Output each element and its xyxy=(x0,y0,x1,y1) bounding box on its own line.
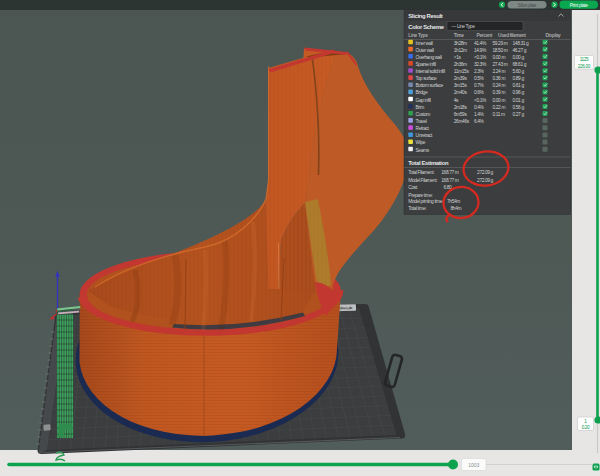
svg-text:Retract: Retract xyxy=(416,126,430,131)
svg-text:6m59s: 6m59s xyxy=(454,112,468,117)
svg-text:3m15s: 3m15s xyxy=(454,83,468,88)
svg-text:0.56 g: 0.56 g xyxy=(513,105,525,110)
svg-text:Custom: Custom xyxy=(416,112,431,117)
svg-text:0.6%: 0.6% xyxy=(474,90,485,95)
svg-text:0.61 g: 0.61 g xyxy=(513,83,525,88)
svg-text:<0.1%: <0.1% xyxy=(474,98,487,103)
svg-text:5.60 g: 5.60 g xyxy=(513,69,525,74)
svg-text:1125: 1125 xyxy=(580,57,589,62)
svg-text:Brim: Brim xyxy=(416,105,425,110)
svg-text:0.27 g: 0.27 g xyxy=(513,112,525,117)
svg-text:0.20: 0.20 xyxy=(582,425,590,430)
svg-text:0.00 m: 0.00 m xyxy=(493,98,506,103)
svg-text:1h12m: 1h12m xyxy=(454,48,467,53)
svg-text:27.43 m: 27.43 m xyxy=(493,62,508,67)
svg-text:0.24 m: 0.24 m xyxy=(493,83,506,88)
svg-text:26m46s: 26m46s xyxy=(454,119,470,124)
svg-text:272.09 g: 272.09 g xyxy=(477,170,494,175)
svg-text:0.00 g: 0.00 g xyxy=(513,55,525,60)
svg-text:0.96 g: 0.96 g xyxy=(513,90,525,95)
svg-text:226.00: 226.00 xyxy=(578,64,591,69)
svg-text:Used filament: Used filament xyxy=(498,33,526,38)
svg-text:0.11 m: 0.11 m xyxy=(493,112,506,117)
svg-text:Overhang wall: Overhang wall xyxy=(416,55,442,60)
svg-text:Gap infill: Gap infill xyxy=(416,98,431,103)
svg-text:Wipe: Wipe xyxy=(416,140,426,145)
svg-text:0.39 m: 0.39 m xyxy=(493,90,506,95)
svg-text:0.36 m: 0.36 m xyxy=(493,76,506,81)
svg-text:6.4%: 6.4% xyxy=(474,119,485,124)
svg-text:11m15s: 11m15s xyxy=(454,69,470,74)
svg-text:7h54m: 7h54m xyxy=(447,199,460,204)
svg-text:Bridge: Bridge xyxy=(416,90,428,95)
svg-text:<0.1%: <0.1% xyxy=(474,55,487,60)
svg-text:Percent: Percent xyxy=(477,33,493,38)
svg-text:2m18s: 2m18s xyxy=(454,105,468,110)
svg-text:32.3%: 32.3% xyxy=(474,62,487,67)
svg-text:Slice plate: Slice plate xyxy=(518,3,537,8)
svg-text:Display: Display xyxy=(546,33,562,38)
svg-text:Bottom surface: Bottom surface xyxy=(416,83,444,88)
svg-text:Prepare time:: Prepare time: xyxy=(408,193,432,198)
svg-text:Print plate: Print plate xyxy=(570,3,588,8)
svg-text:Top surface: Top surface xyxy=(416,76,438,81)
svg-text:272.09 g: 272.09 g xyxy=(477,178,494,183)
svg-text:2.24 m: 2.24 m xyxy=(493,69,506,74)
svg-text:3h28m: 3h28m xyxy=(454,41,467,46)
svg-text:168.77 m: 168.77 m xyxy=(441,178,459,183)
svg-text:14.9%: 14.9% xyxy=(474,48,487,53)
svg-text:2m40s: 2m40s xyxy=(454,90,468,95)
svg-text:18.50 m: 18.50 m xyxy=(493,48,508,53)
svg-text:Sparse infill: Sparse infill xyxy=(416,62,436,67)
svg-text:Model Filament:: Model Filament: xyxy=(408,178,437,183)
svg-text:2h36m: 2h36m xyxy=(454,62,467,67)
svg-text:Seams: Seams xyxy=(416,148,430,153)
svg-text:0.7%: 0.7% xyxy=(474,83,485,88)
svg-text:41.4%: 41.4% xyxy=(474,41,487,46)
svg-text:46.27 g: 46.27 g xyxy=(513,48,527,53)
svg-text:Color Scheme: Color Scheme xyxy=(408,24,444,30)
svg-text:Time: Time xyxy=(454,33,465,38)
svg-text:Unretract: Unretract xyxy=(416,133,434,138)
svg-text:Internal solid infill: Internal solid infill xyxy=(416,69,445,74)
svg-text:Total time:: Total time: xyxy=(408,206,426,211)
svg-text:59.29 m: 59.29 m xyxy=(493,41,508,46)
svg-text:2m39s: 2m39s xyxy=(454,76,468,81)
svg-text:148.31 g: 148.31 g xyxy=(513,41,530,46)
svg-text:<1s: <1s xyxy=(454,55,462,60)
svg-text:1003: 1003 xyxy=(468,462,479,468)
svg-text:168.77 m: 168.77 m xyxy=(441,170,459,175)
svg-text:0.5%: 0.5% xyxy=(474,76,485,81)
svg-text:8h4m: 8h4m xyxy=(451,206,462,211)
svg-text:Cost:: Cost: xyxy=(408,185,417,190)
svg-text:Total Filament:: Total Filament: xyxy=(408,170,434,175)
svg-text:0.01 g: 0.01 g xyxy=(513,98,525,103)
svg-text:Inner wall: Inner wall xyxy=(416,41,433,46)
svg-text:0.00 m: 0.00 m xyxy=(493,55,506,60)
svg-text:2.3%: 2.3% xyxy=(474,69,485,74)
svg-text:1.4%: 1.4% xyxy=(474,112,485,117)
svg-text:Outer wall: Outer wall xyxy=(416,48,434,53)
svg-text:Travel: Travel xyxy=(416,119,427,124)
svg-text:— Line Type: — Line Type xyxy=(452,24,476,29)
svg-text:Model printing time:: Model printing time: xyxy=(408,199,443,204)
svg-text:0.89 g: 0.89 g xyxy=(513,76,525,81)
svg-text:Slicing Result: Slicing Result xyxy=(408,13,443,19)
svg-text:Total Estimation: Total Estimation xyxy=(408,160,449,166)
svg-text:0.22 m: 0.22 m xyxy=(493,105,506,110)
svg-text:0.4%: 0.4% xyxy=(474,105,485,110)
svg-text:Line Type: Line Type xyxy=(408,33,428,38)
svg-text:68.61 g: 68.61 g xyxy=(513,62,527,67)
